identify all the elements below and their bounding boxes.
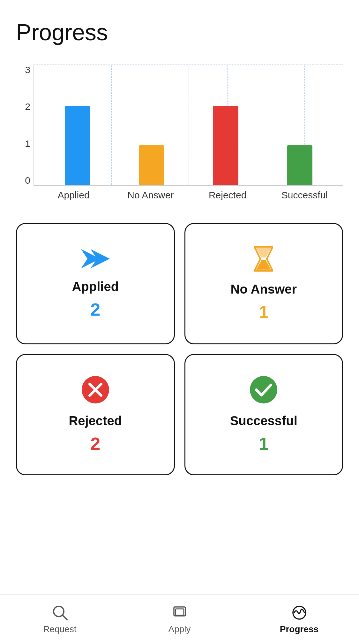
x-label-applied: Applied [35,190,112,201]
card-no-answer[interactable]: No Answer 1 [184,223,343,344]
layers-icon [171,604,188,621]
x-circle-icon [81,375,110,404]
nav-label-progress: Progress [280,624,318,634]
card-successful-value: 1 [259,433,269,454]
card-rejected-value: 2 [90,433,100,454]
card-applied-value: 2 [90,299,100,320]
x-label-no-answer: No Answer [112,190,189,201]
card-applied-label: Applied [72,280,119,294]
nav-label-request: Request [43,624,76,634]
nav-item-apply[interactable]: Apply [120,604,239,634]
page-container: Progress 3 2 1 0 [0,0,359,644]
card-applied[interactable]: Applied 2 [16,223,175,344]
bar-applied [41,65,115,185]
main-content: Progress 3 2 1 0 [0,0,359,644]
chart-x-labels: Applied No Answer Rejected Successful [16,190,343,201]
chart-container: 3 2 1 0 [16,65,343,201]
check-circle-icon [249,375,278,404]
card-rejected[interactable]: Rejected 2 [16,354,175,475]
card-successful[interactable]: Successful 1 [184,354,343,475]
nav-item-request[interactable]: Request [0,604,120,634]
arrow-icon [81,248,110,270]
search-icon [52,604,68,621]
svg-rect-9 [176,609,184,615]
card-no-answer-value: 1 [259,302,269,322]
nav-label-apply: Apply [168,624,191,634]
x-label-successful: Successful [266,190,343,201]
bar-rejected [189,65,263,185]
page-title: Progress [16,19,343,45]
hourglass-icon [252,245,275,272]
svg-line-7 [62,615,67,620]
card-successful-label: Successful [230,414,297,428]
y-label-3: 3 [16,65,34,75]
activity-icon [291,604,308,621]
card-no-answer-label: No Answer [231,282,297,296]
card-rejected-label: Rejected [69,414,122,428]
y-label-2: 2 [16,101,34,112]
bar-successful [263,65,337,185]
x-label-rejected: Rejected [189,190,266,201]
y-label-1: 1 [16,138,34,149]
bottom-nav: Request Apply Progress [0,594,359,644]
bar-no-answer [115,65,189,185]
nav-item-progress[interactable]: Progress [239,604,359,634]
y-label-0: 0 [16,175,34,186]
svg-point-5 [250,376,277,403]
cards-grid: Applied 2 No Answer 1 [16,223,343,475]
